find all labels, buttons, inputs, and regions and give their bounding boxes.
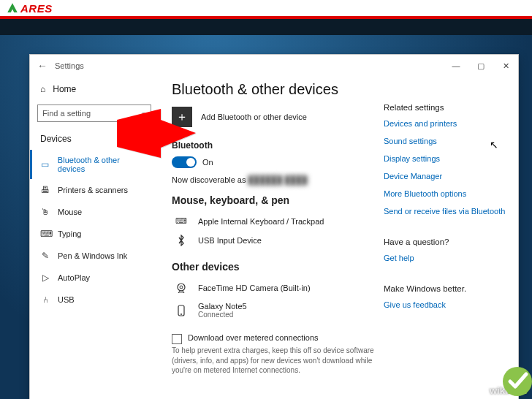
nav-label: AutoPlay <box>58 273 90 282</box>
sidebar-item-1[interactable]: 🖶Printers & scanners <box>30 179 159 201</box>
sidebar-item-3[interactable]: ⌨Typing <box>30 223 159 245</box>
keyboard-icon: ⌨ <box>173 216 189 226</box>
back-button[interactable]: ← <box>30 60 55 72</box>
svg-point-3 <box>180 314 182 315</box>
svg-point-1 <box>180 286 183 289</box>
toggle-state: On <box>202 158 213 167</box>
nav-icon: ▷ <box>40 273 50 283</box>
window-title: Settings <box>55 61 84 70</box>
device-row[interactable]: USB Input Device <box>172 230 375 251</box>
add-device-button[interactable]: ＋ <box>172 107 192 127</box>
nav-label: Pen & Windows Ink <box>58 251 127 260</box>
sidebar-item-5[interactable]: ▷AutoPlay <box>30 267 159 289</box>
discoverable-name: ██████ ████ <box>248 175 308 184</box>
nav-icon: 🖶 <box>40 185 50 195</box>
related-link-3[interactable]: Device Manager <box>384 172 509 180</box>
nav-label: USB <box>58 295 75 304</box>
svg-point-0 <box>178 284 185 291</box>
sidebar-item-6[interactable]: ⑃USB <box>30 289 159 311</box>
related-link-0[interactable]: Devices and printers <box>384 119 509 128</box>
desktop-background: ← Settings — ▢ ✕ ⌂ Home Find a setting ⌕… <box>0 19 532 399</box>
search-input[interactable]: Find a setting ⌕ <box>37 104 151 122</box>
discoverable-text: Now discoverable as ██████ ████ <box>172 175 375 184</box>
phone-icon <box>173 305 189 316</box>
brand-logo: ARES <box>6 1 53 15</box>
maximize-button[interactable]: ▢ <box>468 56 493 76</box>
brand-text: ARES <box>20 2 53 15</box>
bluetooth-label: Bluetooth <box>172 140 375 151</box>
triangle-a-icon <box>6 1 19 15</box>
home-label: Home <box>53 84 76 94</box>
nav-icon: ✎ <box>40 251 50 261</box>
section-mkp: Mouse, keyboard, & pen <box>172 194 375 206</box>
nav-label: Mouse <box>58 208 82 216</box>
right-column: Related settings Devices and printersSou… <box>381 77 518 399</box>
sidebar-home[interactable]: ⌂ Home <box>30 80 159 99</box>
metered-help-text: To help prevent extra charges, keep this… <box>172 346 375 376</box>
home-icon: ⌂ <box>40 84 45 94</box>
page-title: Bluetooth & other devices <box>172 81 375 98</box>
device-sublabel: Connected <box>198 311 247 319</box>
nav-icon: 🖱 <box>40 207 50 217</box>
sidebar-item-2[interactable]: 🖱Mouse <box>30 201 159 223</box>
sidebar-item-0[interactable]: ▭Bluetooth & other devices <box>30 150 159 179</box>
related-link-5[interactable]: Send or receive files via Bluetooth <box>384 207 509 216</box>
window-titlebar: ← Settings — ▢ ✕ <box>30 55 518 77</box>
section-other: Other devices <box>172 261 375 273</box>
close-button[interactable]: ✕ <box>493 56 518 76</box>
metered-checkbox[interactable] <box>172 334 182 344</box>
question-header: Have a question? <box>384 238 509 246</box>
nav-label: Printers & scanners <box>58 186 128 194</box>
nav-label: Typing <box>58 229 81 238</box>
monitor-bezel <box>0 19 532 35</box>
related-link-4[interactable]: More Bluetooth options <box>384 189 509 198</box>
nav-icon: ⌨ <box>40 229 50 239</box>
minimize-button[interactable]: — <box>444 56 468 76</box>
device-row[interactable]: ⌨ Apple Internal Keyboard / Trackpad <box>172 212 375 230</box>
settings-window: ← Settings — ▢ ✕ ⌂ Home Find a setting ⌕… <box>29 54 519 399</box>
get-help-link[interactable]: Get help <box>384 254 509 262</box>
better-header: Make Windows better. <box>384 284 509 293</box>
bluetooth-icon <box>173 235 189 246</box>
sidebar: ⌂ Home Find a setting ⌕ Devices ▭Bluetoo… <box>30 77 159 399</box>
add-device-label: Add Bluetooth or other device <box>201 113 307 121</box>
feedback-link[interactable]: Give us feedback <box>384 300 509 309</box>
metered-label: Download over metered connections <box>188 333 319 342</box>
page-banner: ARES <box>0 0 532 19</box>
device-row[interactable]: FaceTime HD Camera (Built-in) <box>172 278 375 297</box>
related-header: Related settings <box>384 103 509 112</box>
search-icon: ⌕ <box>141 109 146 118</box>
related-link-1[interactable]: Sound settings <box>384 137 509 145</box>
bluetooth-toggle[interactable] <box>172 156 197 168</box>
checkmark-icon <box>490 354 532 399</box>
sidebar-header: Devices <box>30 129 159 150</box>
nav-label: Bluetooth & other devices <box>58 156 148 173</box>
related-link-2[interactable]: Display settings <box>384 154 509 163</box>
device-label: Apple Internal Keyboard / Trackpad <box>198 217 324 226</box>
sidebar-item-4[interactable]: ✎Pen & Windows Ink <box>30 245 159 267</box>
main-panel: Bluetooth & other devices ＋ Add Bluetoot… <box>159 77 381 399</box>
device-row[interactable]: Galaxy Note5 Connected <box>172 297 375 323</box>
device-label: USB Input Device <box>198 236 262 245</box>
device-label: Galaxy Note5 <box>198 302 247 311</box>
device-label: FaceTime HD Camera (Built-in) <box>198 284 311 292</box>
nav-icon: ▭ <box>40 159 50 170</box>
camera-icon <box>173 283 189 293</box>
nav-icon: ⑃ <box>40 294 50 305</box>
search-placeholder: Find a setting <box>42 109 91 118</box>
